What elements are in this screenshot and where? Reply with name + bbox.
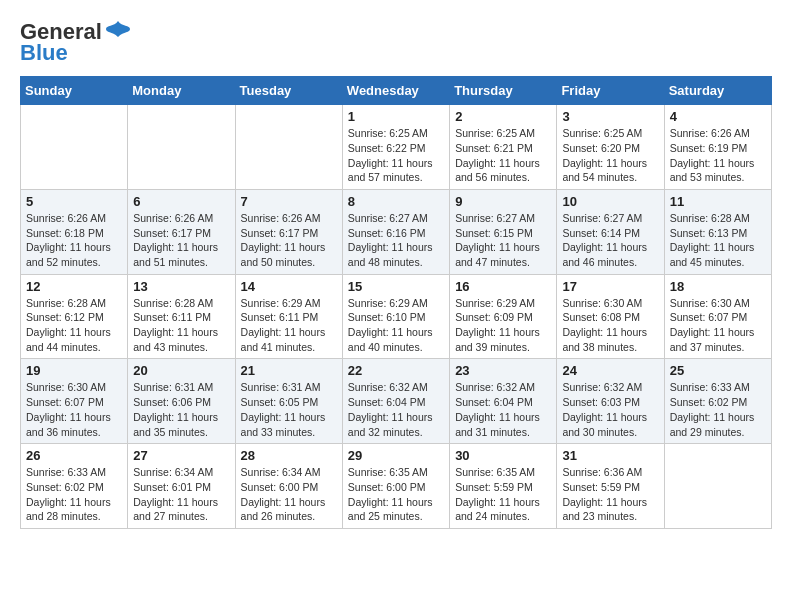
day-info: Sunrise: 6:25 AM Sunset: 6:21 PM Dayligh… [455, 126, 551, 185]
day-number: 3 [562, 109, 658, 124]
day-number: 25 [670, 363, 766, 378]
day-info: Sunrise: 6:32 AM Sunset: 6:04 PM Dayligh… [455, 380, 551, 439]
calendar-cell: 29Sunrise: 6:35 AM Sunset: 6:00 PM Dayli… [342, 444, 449, 529]
day-number: 19 [26, 363, 122, 378]
day-info: Sunrise: 6:27 AM Sunset: 6:14 PM Dayligh… [562, 211, 658, 270]
calendar-cell [664, 444, 771, 529]
day-number: 5 [26, 194, 122, 209]
calendar-cell: 25Sunrise: 6:33 AM Sunset: 6:02 PM Dayli… [664, 359, 771, 444]
day-info: Sunrise: 6:25 AM Sunset: 6:20 PM Dayligh… [562, 126, 658, 185]
calendar-cell: 7Sunrise: 6:26 AM Sunset: 6:17 PM Daylig… [235, 189, 342, 274]
calendar-week-row: 19Sunrise: 6:30 AM Sunset: 6:07 PM Dayli… [21, 359, 772, 444]
calendar-cell: 15Sunrise: 6:29 AM Sunset: 6:10 PM Dayli… [342, 274, 449, 359]
calendar-cell: 13Sunrise: 6:28 AM Sunset: 6:11 PM Dayli… [128, 274, 235, 359]
calendar-week-row: 12Sunrise: 6:28 AM Sunset: 6:12 PM Dayli… [21, 274, 772, 359]
calendar-cell: 8Sunrise: 6:27 AM Sunset: 6:16 PM Daylig… [342, 189, 449, 274]
day-info: Sunrise: 6:26 AM Sunset: 6:18 PM Dayligh… [26, 211, 122, 270]
day-number: 27 [133, 448, 229, 463]
day-info: Sunrise: 6:28 AM Sunset: 6:12 PM Dayligh… [26, 296, 122, 355]
day-number: 21 [241, 363, 337, 378]
day-number: 22 [348, 363, 444, 378]
day-number: 9 [455, 194, 551, 209]
day-number: 26 [26, 448, 122, 463]
day-info: Sunrise: 6:34 AM Sunset: 6:01 PM Dayligh… [133, 465, 229, 524]
day-number: 18 [670, 279, 766, 294]
weekday-header: Tuesday [235, 77, 342, 105]
calendar-week-row: 26Sunrise: 6:33 AM Sunset: 6:02 PM Dayli… [21, 444, 772, 529]
day-info: Sunrise: 6:35 AM Sunset: 5:59 PM Dayligh… [455, 465, 551, 524]
weekday-header: Thursday [450, 77, 557, 105]
page-header: General Blue [20, 20, 772, 66]
day-info: Sunrise: 6:35 AM Sunset: 6:00 PM Dayligh… [348, 465, 444, 524]
day-info: Sunrise: 6:28 AM Sunset: 6:11 PM Dayligh… [133, 296, 229, 355]
day-info: Sunrise: 6:36 AM Sunset: 5:59 PM Dayligh… [562, 465, 658, 524]
day-number: 8 [348, 194, 444, 209]
calendar-cell: 12Sunrise: 6:28 AM Sunset: 6:12 PM Dayli… [21, 274, 128, 359]
calendar-cell: 2Sunrise: 6:25 AM Sunset: 6:21 PM Daylig… [450, 105, 557, 190]
calendar-cell: 30Sunrise: 6:35 AM Sunset: 5:59 PM Dayli… [450, 444, 557, 529]
day-number: 20 [133, 363, 229, 378]
calendar-cell: 3Sunrise: 6:25 AM Sunset: 6:20 PM Daylig… [557, 105, 664, 190]
day-info: Sunrise: 6:33 AM Sunset: 6:02 PM Dayligh… [670, 380, 766, 439]
weekday-header: Sunday [21, 77, 128, 105]
day-info: Sunrise: 6:28 AM Sunset: 6:13 PM Dayligh… [670, 211, 766, 270]
calendar-cell: 23Sunrise: 6:32 AM Sunset: 6:04 PM Dayli… [450, 359, 557, 444]
day-number: 29 [348, 448, 444, 463]
calendar-cell: 31Sunrise: 6:36 AM Sunset: 5:59 PM Dayli… [557, 444, 664, 529]
calendar-cell: 27Sunrise: 6:34 AM Sunset: 6:01 PM Dayli… [128, 444, 235, 529]
calendar-cell [128, 105, 235, 190]
calendar-cell: 26Sunrise: 6:33 AM Sunset: 6:02 PM Dayli… [21, 444, 128, 529]
day-number: 24 [562, 363, 658, 378]
day-number: 16 [455, 279, 551, 294]
calendar-week-row: 5Sunrise: 6:26 AM Sunset: 6:18 PM Daylig… [21, 189, 772, 274]
day-info: Sunrise: 6:29 AM Sunset: 6:09 PM Dayligh… [455, 296, 551, 355]
day-number: 15 [348, 279, 444, 294]
day-info: Sunrise: 6:31 AM Sunset: 6:06 PM Dayligh… [133, 380, 229, 439]
day-info: Sunrise: 6:34 AM Sunset: 6:00 PM Dayligh… [241, 465, 337, 524]
day-info: Sunrise: 6:31 AM Sunset: 6:05 PM Dayligh… [241, 380, 337, 439]
weekday-header: Saturday [664, 77, 771, 105]
calendar-cell [235, 105, 342, 190]
calendar-cell: 4Sunrise: 6:26 AM Sunset: 6:19 PM Daylig… [664, 105, 771, 190]
weekday-header-row: SundayMondayTuesdayWednesdayThursdayFrid… [21, 77, 772, 105]
calendar-cell: 28Sunrise: 6:34 AM Sunset: 6:00 PM Dayli… [235, 444, 342, 529]
day-info: Sunrise: 6:26 AM Sunset: 6:17 PM Dayligh… [241, 211, 337, 270]
calendar-cell: 9Sunrise: 6:27 AM Sunset: 6:15 PM Daylig… [450, 189, 557, 274]
day-number: 2 [455, 109, 551, 124]
day-info: Sunrise: 6:26 AM Sunset: 6:19 PM Dayligh… [670, 126, 766, 185]
calendar-cell [21, 105, 128, 190]
logo-bird-icon [104, 16, 132, 44]
day-info: Sunrise: 6:29 AM Sunset: 6:11 PM Dayligh… [241, 296, 337, 355]
day-info: Sunrise: 6:27 AM Sunset: 6:16 PM Dayligh… [348, 211, 444, 270]
weekday-header: Friday [557, 77, 664, 105]
day-number: 1 [348, 109, 444, 124]
day-number: 4 [670, 109, 766, 124]
day-number: 30 [455, 448, 551, 463]
day-info: Sunrise: 6:29 AM Sunset: 6:10 PM Dayligh… [348, 296, 444, 355]
calendar-cell: 17Sunrise: 6:30 AM Sunset: 6:08 PM Dayli… [557, 274, 664, 359]
day-number: 12 [26, 279, 122, 294]
day-info: Sunrise: 6:26 AM Sunset: 6:17 PM Dayligh… [133, 211, 229, 270]
day-info: Sunrise: 6:30 AM Sunset: 6:07 PM Dayligh… [26, 380, 122, 439]
day-number: 14 [241, 279, 337, 294]
calendar-cell: 6Sunrise: 6:26 AM Sunset: 6:17 PM Daylig… [128, 189, 235, 274]
weekday-header: Wednesday [342, 77, 449, 105]
calendar-cell: 14Sunrise: 6:29 AM Sunset: 6:11 PM Dayli… [235, 274, 342, 359]
calendar-cell: 21Sunrise: 6:31 AM Sunset: 6:05 PM Dayli… [235, 359, 342, 444]
day-number: 31 [562, 448, 658, 463]
day-number: 13 [133, 279, 229, 294]
day-info: Sunrise: 6:32 AM Sunset: 6:03 PM Dayligh… [562, 380, 658, 439]
calendar-week-row: 1Sunrise: 6:25 AM Sunset: 6:22 PM Daylig… [21, 105, 772, 190]
calendar-cell: 19Sunrise: 6:30 AM Sunset: 6:07 PM Dayli… [21, 359, 128, 444]
calendar-cell: 1Sunrise: 6:25 AM Sunset: 6:22 PM Daylig… [342, 105, 449, 190]
calendar-cell: 22Sunrise: 6:32 AM Sunset: 6:04 PM Dayli… [342, 359, 449, 444]
weekday-header: Monday [128, 77, 235, 105]
day-info: Sunrise: 6:33 AM Sunset: 6:02 PM Dayligh… [26, 465, 122, 524]
day-number: 11 [670, 194, 766, 209]
calendar-cell: 24Sunrise: 6:32 AM Sunset: 6:03 PM Dayli… [557, 359, 664, 444]
day-info: Sunrise: 6:27 AM Sunset: 6:15 PM Dayligh… [455, 211, 551, 270]
calendar-cell: 11Sunrise: 6:28 AM Sunset: 6:13 PM Dayli… [664, 189, 771, 274]
calendar-cell: 20Sunrise: 6:31 AM Sunset: 6:06 PM Dayli… [128, 359, 235, 444]
calendar-cell: 10Sunrise: 6:27 AM Sunset: 6:14 PM Dayli… [557, 189, 664, 274]
day-number: 10 [562, 194, 658, 209]
